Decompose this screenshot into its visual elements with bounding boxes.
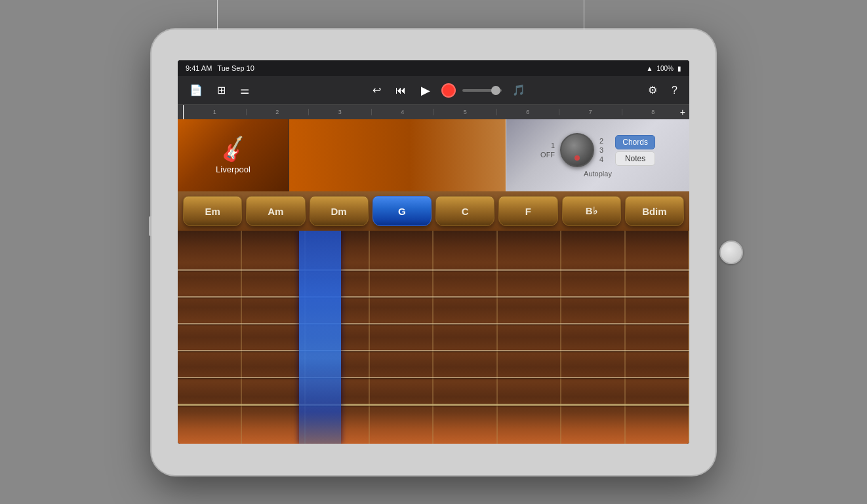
track-section: 🎸 Liverpool [178,119,689,444]
playhead [183,105,191,119]
dial-label-2: 2 [599,137,603,145]
autoplay-label: Autoplay [584,170,612,178]
timeline-mark-8: 8 [622,109,685,115]
status-left: 9:41 AM Tue Sep 10 [186,64,254,72]
chord-buttons-row: Em Am Dm G C F B♭ Bdim [178,191,689,231]
battery-display: 100% [656,65,674,72]
track-name-label: Liverpool [216,165,251,174]
document-button[interactable]: 📄 [186,81,207,99]
chord-button-g[interactable]: G [373,196,432,226]
toolbar-right: ⚙ ? [644,81,681,99]
home-button[interactable] [719,241,743,264]
volume-thumb [491,86,500,95]
timeline-marks: 1 2 3 4 5 6 7 8 [183,109,684,115]
play-button[interactable]: ▶ [416,81,435,100]
dial-labels-right: 2 3 4 [599,137,603,163]
help-button[interactable]: ? [668,82,681,99]
metronome-button[interactable]: 🎵 [508,81,529,99]
undo-button[interactable]: ↩ [369,81,385,99]
timeline-mark-4: 4 [371,109,434,115]
rewind-button[interactable]: ⏮ [392,82,410,99]
autoplay-control: 1 OFF 2 3 [540,133,655,178]
status-right: ▲ 100% ▮ [647,65,681,72]
chord-button-bdim[interactable]: Bdim [625,196,684,226]
toolbar-center: ↩ ⏮ ▶ 🎵 [369,81,529,100]
notes-button[interactable]: Notes [615,151,655,166]
settings-button[interactable]: ⚙ [644,81,661,99]
string-2 [178,296,689,298]
dial-label-4: 4 [599,155,603,163]
side-button[interactable] [149,216,151,236]
annotation-line-left [217,0,218,29]
time-display: 9:41 AM [186,64,212,72]
ipad-device: 9:41 AM Tue Sep 10 ▲ 100% ▮ 📄 ⊞ ⚌ ↩ [151,29,716,475]
chord-button-c[interactable]: C [435,196,494,226]
track-content-area: 1 OFF 2 3 [289,119,689,191]
tracks-button[interactable]: ⊞ [213,81,230,99]
chords-button[interactable]: Chords [615,135,655,149]
chord-button-am[interactable]: Am [246,196,305,226]
autoplay-dial[interactable] [560,133,594,167]
left-panel: 🎸 Liverpool [178,119,689,444]
ipad-screen: 9:41 AM Tue Sep 10 ▲ 100% ▮ 📄 ⊞ ⚌ ↩ [178,60,689,444]
chord-button-em[interactable]: Em [183,196,242,226]
autoplay-overlay: 1 OFF 2 3 [506,119,689,191]
dial-label-3: 3 [599,146,603,154]
dial-label-off: OFF [540,151,555,159]
add-track-button[interactable]: + [680,107,685,117]
toolbar-left: 📄 ⊞ ⚌ [186,81,253,99]
wifi-icon: ▲ [647,65,653,72]
dial-indicator [575,155,580,161]
status-bar: 9:41 AM Tue Sep 10 ▲ 100% ▮ [178,60,689,76]
autoplay-dial-area: 1 OFF 2 3 [540,133,655,167]
liverpool-track-header[interactable]: 🎸 Liverpool [178,119,289,191]
guitar-icon: 🎸 [217,134,249,165]
battery-icon: ▮ [677,65,681,72]
string-6 [178,404,689,406]
timeline-mark-1: 1 [183,109,246,115]
string-4 [178,350,689,351]
date-display: Tue Sep 10 [217,64,254,72]
mixer-button[interactable]: ⚌ [236,81,253,99]
toolbar: 📄 ⊞ ⚌ ↩ ⏮ ▶ 🎵 ⚙ ? [178,76,689,105]
string-1 [178,269,689,271]
timeline-mark-3: 3 [308,109,371,115]
chords-notes-toggle: Chords Notes [615,135,655,166]
active-chord-highlight [299,231,341,444]
timeline-ruler: 1 2 3 4 5 6 7 8 + [178,105,689,119]
string-5 [178,377,689,378]
chord-button-bb[interactable]: B♭ [562,196,621,226]
dial-label-1: 1 [551,142,555,149]
chord-button-f[interactable]: F [498,196,557,226]
annotation-line-right [584,0,584,29]
timeline-mark-6: 6 [496,109,559,115]
main-area: 🎸 Liverpool [178,119,689,444]
record-button[interactable] [441,83,456,98]
track-header-row: 🎸 Liverpool [178,119,689,191]
timeline-mark-7: 7 [559,109,622,115]
timeline-mark-5: 5 [434,109,496,115]
chord-button-dm[interactable]: Dm [310,196,369,226]
dial-labels-left: 1 OFF [540,142,555,159]
string-3 [178,323,689,324]
guitar-fretboard[interactable] [178,231,689,444]
volume-slider[interactable] [462,89,502,92]
timeline-mark-2: 2 [246,109,309,115]
string-lines [178,231,689,444]
